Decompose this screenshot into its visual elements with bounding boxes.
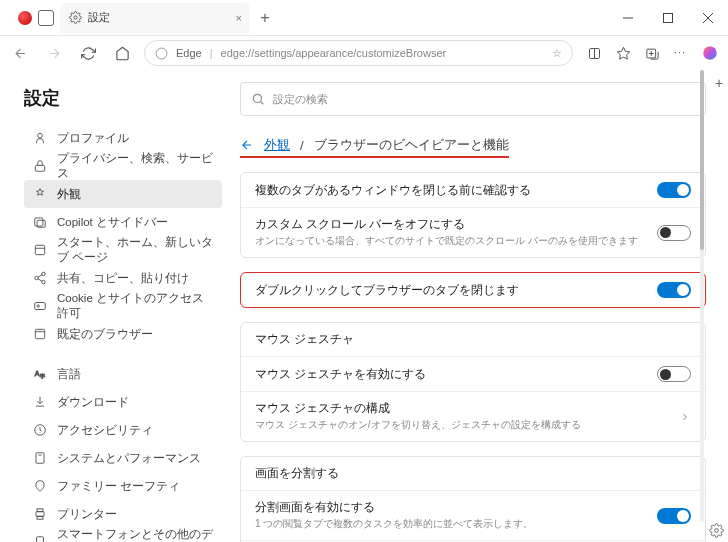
sidebar-item[interactable]: プリンター bbox=[24, 500, 222, 528]
svg-point-12 bbox=[703, 46, 717, 60]
tab-title: 設定 bbox=[88, 10, 110, 25]
tab-settings[interactable]: 設定 × bbox=[60, 3, 250, 33]
menu-icon[interactable]: ··· bbox=[674, 46, 686, 61]
sidebar-settings-icon[interactable] bbox=[709, 523, 724, 538]
nav-icon bbox=[32, 451, 47, 466]
svg-line-22 bbox=[38, 275, 42, 277]
settings-row: マウス ジェスチャ bbox=[241, 323, 705, 357]
favorites-icon[interactable] bbox=[616, 46, 631, 61]
search-placeholder: 設定の検索 bbox=[273, 92, 328, 107]
sidebar-item[interactable]: スマートフォンとその他のデバイス bbox=[24, 528, 222, 542]
settings-row: 複数のタブがあるウィンドウを閉じる前に確認する bbox=[241, 173, 705, 208]
sidebar-item[interactable]: Copilot とサイドバー bbox=[24, 208, 222, 236]
svg-rect-36 bbox=[36, 537, 43, 542]
breadcrumb-parent[interactable]: 外観 bbox=[264, 136, 290, 154]
sidebar-item[interactable]: Cookie とサイトのアクセス許可 bbox=[24, 292, 222, 320]
settings-row: ダブルクリックしてブラウザーのタブを閉じます bbox=[241, 273, 705, 307]
extension-icon[interactable] bbox=[587, 46, 602, 61]
svg-rect-26 bbox=[35, 329, 44, 338]
toggle-switch[interactable] bbox=[657, 508, 691, 524]
app-icon bbox=[18, 11, 32, 25]
svg-point-41 bbox=[715, 529, 719, 533]
nav-icon bbox=[32, 159, 47, 174]
scrollbar[interactable] bbox=[700, 70, 704, 522]
tabstrip-icon[interactable] bbox=[38, 10, 54, 26]
chevron-right-icon bbox=[679, 411, 691, 423]
collections-icon[interactable] bbox=[645, 46, 660, 61]
nav-icon bbox=[32, 215, 47, 230]
svg-rect-31 bbox=[35, 453, 43, 464]
sidebar-item[interactable]: ファミリー セーフティ bbox=[24, 472, 222, 500]
sidebar-item[interactable]: A字言語 bbox=[24, 360, 222, 388]
svg-rect-34 bbox=[37, 509, 43, 512]
new-tab-button[interactable]: + bbox=[250, 3, 280, 33]
svg-rect-35 bbox=[37, 516, 43, 519]
toggle-switch[interactable] bbox=[657, 282, 691, 298]
back-button[interactable] bbox=[8, 41, 32, 65]
nav-icon bbox=[32, 327, 47, 342]
svg-point-13 bbox=[37, 133, 42, 138]
svg-rect-24 bbox=[34, 303, 45, 310]
home-button[interactable] bbox=[110, 41, 134, 65]
sidebar-item[interactable]: スタート、ホーム、新しいタブ ページ bbox=[24, 236, 222, 264]
nav-icon bbox=[32, 299, 47, 314]
nav-icon bbox=[32, 479, 47, 494]
nav-icon: A字 bbox=[32, 367, 47, 382]
svg-text:A: A bbox=[34, 370, 39, 377]
svg-text:字: 字 bbox=[40, 373, 45, 379]
settings-row: マウス ジェスチャを有効にする bbox=[241, 357, 705, 392]
favorite-icon[interactable]: ☆ bbox=[552, 47, 562, 60]
svg-point-5 bbox=[156, 48, 167, 59]
settings-row: 画面を分割する bbox=[241, 457, 705, 491]
copilot-icon[interactable] bbox=[700, 43, 720, 63]
svg-point-25 bbox=[37, 305, 39, 307]
sidebar-item[interactable]: プロファイル bbox=[24, 124, 222, 152]
sidebar-add-button[interactable]: + bbox=[712, 76, 726, 90]
sidebar-item[interactable]: アクセシビリティ bbox=[24, 416, 222, 444]
breadcrumb: 外観 / ブラウザーのビヘイビアーと機能 bbox=[240, 136, 509, 158]
svg-line-40 bbox=[261, 102, 264, 105]
edge-icon bbox=[155, 47, 168, 60]
svg-point-39 bbox=[253, 94, 261, 102]
url-text: edge://settings/appearance/customizeBrow… bbox=[221, 47, 544, 59]
settings-row[interactable]: マウス ジェスチャの構成マウス ジェスチャのオン/オフを切り替え、ジェスチャの設… bbox=[241, 392, 705, 441]
minimize-button[interactable] bbox=[608, 0, 648, 36]
address-bar[interactable]: Edge | edge://settings/appearance/custom… bbox=[144, 40, 573, 66]
breadcrumb-back-icon[interactable] bbox=[240, 138, 254, 152]
toggle-switch[interactable] bbox=[657, 366, 691, 382]
nav-icon bbox=[32, 271, 47, 286]
nav-icon bbox=[32, 535, 47, 543]
svg-point-19 bbox=[41, 272, 45, 276]
gear-icon bbox=[68, 11, 82, 25]
svg-rect-15 bbox=[34, 218, 42, 226]
settings-title: 設定 bbox=[24, 86, 222, 110]
sidebar-item[interactable]: 既定のブラウザー bbox=[24, 320, 222, 348]
svg-rect-14 bbox=[35, 165, 44, 171]
nav-icon bbox=[32, 243, 47, 258]
svg-rect-33 bbox=[35, 512, 43, 517]
svg-point-21 bbox=[41, 280, 45, 284]
forward-button bbox=[42, 41, 66, 65]
nav-icon bbox=[32, 187, 47, 202]
breadcrumb-current: ブラウザーのビヘイビアーと機能 bbox=[314, 136, 509, 154]
svg-rect-17 bbox=[35, 245, 44, 254]
svg-point-0 bbox=[73, 16, 76, 19]
settings-search[interactable]: 設定の検索 bbox=[240, 82, 706, 116]
nav-icon bbox=[32, 131, 47, 146]
nav-icon bbox=[32, 395, 47, 410]
url-brand: Edge bbox=[176, 47, 202, 59]
toggle-switch[interactable] bbox=[657, 182, 691, 198]
sidebar-item[interactable]: ダウンロード bbox=[24, 388, 222, 416]
close-window-button[interactable] bbox=[688, 0, 728, 36]
tab-close-button[interactable]: × bbox=[236, 12, 242, 24]
sidebar-item[interactable]: 共有、コピー、貼り付け bbox=[24, 264, 222, 292]
maximize-button[interactable] bbox=[648, 0, 688, 36]
sidebar-item[interactable]: 外観 bbox=[24, 180, 222, 208]
toggle-switch[interactable] bbox=[657, 225, 691, 241]
nav-icon bbox=[32, 507, 47, 522]
svg-marker-8 bbox=[617, 47, 630, 59]
sidebar-item[interactable]: システムとパフォーマンス bbox=[24, 444, 222, 472]
sidebar-item[interactable]: プライバシー、検索、サービス bbox=[24, 152, 222, 180]
search-icon bbox=[251, 92, 265, 106]
refresh-button[interactable] bbox=[76, 41, 100, 65]
